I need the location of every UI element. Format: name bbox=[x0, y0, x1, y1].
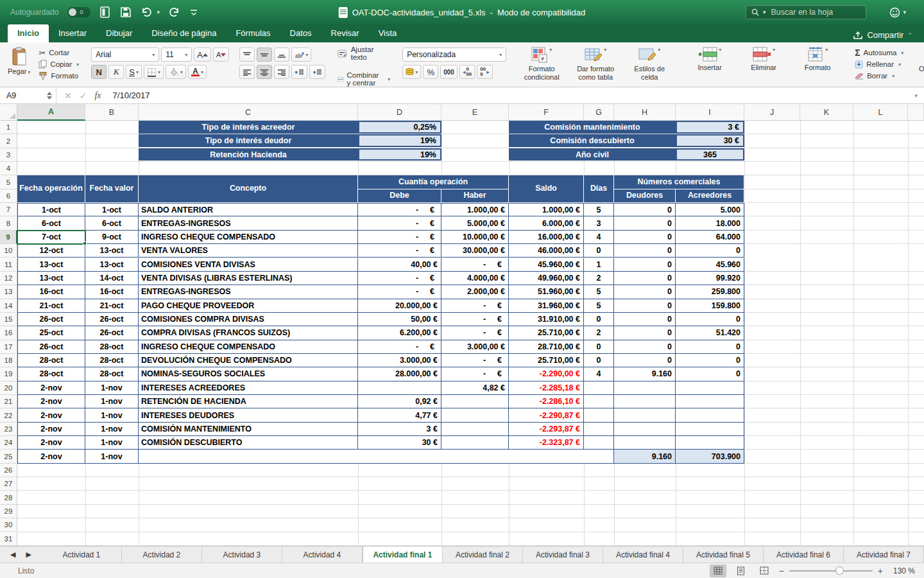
cell[interactable] bbox=[441, 436, 509, 450]
cell[interactable]: 26-oct bbox=[17, 340, 85, 354]
row-header-11[interactable]: 11 bbox=[0, 258, 17, 272]
cell[interactable]: -€ bbox=[441, 367, 509, 381]
undo-button[interactable]: ▾ bbox=[141, 6, 160, 18]
row-header-18[interactable]: 18 bbox=[0, 354, 17, 367]
underline-button[interactable]: S▾ bbox=[126, 65, 142, 79]
cell[interactable]: COMISIONES COMPRA DIVISAS bbox=[139, 313, 358, 326]
cell[interactable]: 5 bbox=[584, 203, 614, 216]
column-header-E[interactable]: E bbox=[441, 104, 509, 121]
sheet-tab-5[interactable]: Actividad final 1 bbox=[363, 547, 443, 563]
header-concepto[interactable]: Concepto bbox=[139, 175, 358, 203]
cell[interactable]: 2 bbox=[584, 272, 614, 285]
cell[interactable]: 3 bbox=[584, 216, 614, 230]
tab-diseno-de-pagina[interactable]: Diseño de página bbox=[142, 24, 226, 42]
normal-view-button[interactable] bbox=[710, 565, 726, 577]
page-layout-view-button[interactable] bbox=[733, 565, 749, 577]
tab-formulas[interactable]: Fórmulas bbox=[226, 24, 280, 42]
cell[interactable]: 28-oct bbox=[85, 354, 139, 367]
cell[interactable]: 21-oct bbox=[85, 299, 139, 313]
column-header-H[interactable]: H bbox=[614, 104, 676, 121]
cell[interactable]: 1 bbox=[584, 258, 614, 272]
align-center-button[interactable] bbox=[257, 65, 272, 79]
tab-inicio[interactable]: Inicio bbox=[8, 24, 49, 42]
cell[interactable]: 13-oct bbox=[85, 244, 139, 258]
cell[interactable] bbox=[614, 395, 676, 408]
cell[interactable]: 46.000,00 € bbox=[509, 244, 584, 258]
cell[interactable]: 0 bbox=[676, 313, 744, 326]
cell[interactable]: 2-nov bbox=[17, 381, 85, 395]
font-size-select[interactable]: 11▾ bbox=[161, 48, 192, 62]
column-header-L[interactable]: L bbox=[853, 104, 908, 121]
cell[interactable]: 25-oct bbox=[17, 326, 85, 340]
cell[interactable] bbox=[676, 436, 744, 450]
sheet-tab-4[interactable]: Actividad 4 bbox=[282, 547, 363, 563]
cell[interactable]: 6-oct bbox=[17, 216, 85, 230]
cell[interactable]: 1-nov bbox=[85, 436, 139, 450]
row-header-4[interactable]: 4 bbox=[0, 162, 17, 175]
cell[interactable]: 4 bbox=[584, 231, 614, 244]
sheet-tab-2[interactable]: Actividad 2 bbox=[122, 547, 202, 563]
autosum-button[interactable]: Σ Autosuma▾ bbox=[853, 47, 905, 58]
cell[interactable]: 0 bbox=[584, 354, 614, 367]
cell[interactable]: -€ bbox=[358, 340, 441, 354]
cancel-icon[interactable]: ✕ bbox=[64, 91, 72, 101]
cell[interactable]: 64.000 bbox=[676, 231, 744, 244]
cell[interactable]: 0 bbox=[614, 244, 676, 258]
share-button[interactable]: Compartir ⌃ bbox=[853, 30, 912, 40]
name-box-spinner[interactable] bbox=[47, 92, 52, 100]
conditional-format-button[interactable]: ≠ ▾ Formato condicional bbox=[517, 46, 567, 82]
decrease-decimal-button[interactable]: 000▸ bbox=[477, 65, 492, 79]
header-haber[interactable]: Haber bbox=[441, 189, 509, 203]
header-fecha-valor[interactable]: Fecha valor bbox=[85, 175, 139, 203]
tab-datos[interactable]: Datos bbox=[280, 24, 321, 42]
cell[interactable]: 0 bbox=[614, 354, 676, 367]
cell[interactable]: -€ bbox=[358, 203, 441, 216]
currency-button[interactable]: ▾ bbox=[402, 65, 421, 79]
cell[interactable]: INGRESO CHEQUE COMPENSADO bbox=[139, 340, 358, 354]
align-right-button[interactable] bbox=[274, 65, 289, 79]
column-header-F[interactable]: F bbox=[509, 104, 584, 121]
row-header-24[interactable]: 24 bbox=[0, 436, 17, 450]
column-header-partial[interactable] bbox=[908, 104, 924, 121]
save-button[interactable] bbox=[120, 6, 132, 18]
cell[interactable]: -€ bbox=[358, 244, 441, 258]
collapse-ribbon-icon[interactable]: ⌃ bbox=[907, 32, 912, 39]
font-color-button[interactable]: A ▾ bbox=[188, 65, 207, 79]
param-left-label-0[interactable]: Tipo de interés acreedor bbox=[139, 121, 358, 134]
cell[interactable]: 0 bbox=[676, 354, 744, 367]
row-header-23[interactable]: 23 bbox=[0, 423, 17, 436]
cell[interactable] bbox=[584, 408, 614, 422]
cell[interactable]: 5 bbox=[584, 285, 614, 299]
cell[interactable]: 6.200,00 € bbox=[358, 326, 441, 340]
total-acreedores[interactable]: 703.900 bbox=[676, 450, 744, 463]
cell[interactable]: 28-oct bbox=[85, 367, 139, 381]
cell[interactable]: INGRESO CHEQUE COMPENSADO bbox=[139, 231, 358, 244]
total-deudores[interactable]: 9.160 bbox=[614, 450, 676, 463]
row-header-3[interactable]: 3 bbox=[0, 148, 17, 162]
formula-input[interactable]: 7/10/2017 bbox=[109, 91, 150, 100]
total-blank[interactable] bbox=[139, 450, 614, 463]
cell[interactable]: 1-nov bbox=[85, 381, 139, 395]
clear-button[interactable]: Borrar▾ bbox=[853, 70, 905, 82]
cell[interactable] bbox=[676, 395, 744, 408]
page-break-view-button[interactable] bbox=[756, 565, 773, 577]
zoom-level[interactable]: 130 % bbox=[889, 566, 915, 575]
cell[interactable]: 4,82 € bbox=[441, 381, 509, 395]
bold-button[interactable]: N bbox=[91, 65, 107, 79]
param-left-value-2[interactable]: 19% bbox=[358, 148, 441, 161]
italic-button[interactable]: K bbox=[108, 65, 124, 79]
column-header-K[interactable]: K bbox=[800, 104, 853, 121]
cell[interactable]: -2.293,87 € bbox=[509, 423, 584, 436]
cell[interactable]: 2-nov bbox=[17, 423, 85, 436]
row-header-16[interactable]: 16 bbox=[0, 326, 17, 340]
decrease-indent-button[interactable] bbox=[291, 65, 307, 79]
cell[interactable]: 40,00 € bbox=[358, 258, 441, 272]
redo-button[interactable] bbox=[169, 6, 180, 18]
cell[interactable]: 0 bbox=[676, 340, 744, 354]
cell[interactable]: 18.000 bbox=[676, 216, 744, 230]
paste-button[interactable]: Pegar▾ bbox=[5, 46, 33, 77]
column-header-I[interactable]: I bbox=[676, 104, 744, 121]
column-header-B[interactable]: B bbox=[85, 104, 139, 121]
customize-toolbar-button[interactable] bbox=[189, 8, 198, 17]
row-header-15[interactable]: 15 bbox=[0, 313, 17, 326]
